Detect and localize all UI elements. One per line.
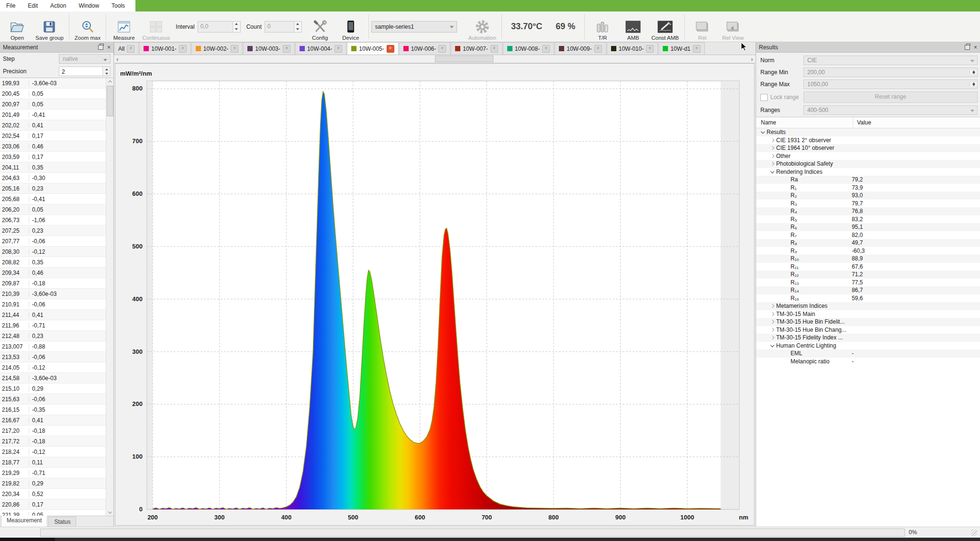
tree-expander-icon[interactable] <box>768 139 776 142</box>
continuous-button[interactable]: Continuous <box>139 12 173 42</box>
tree-expander-icon[interactable] <box>768 320 776 323</box>
tab-close-icon[interactable]: × <box>283 45 290 53</box>
measurement-table-scrollbar[interactable] <box>106 78 113 516</box>
range-max-input[interactable]: 1050,00 <box>803 79 978 89</box>
lock-range-control[interactable]: Lock range <box>758 94 802 101</box>
tab-close-icon[interactable]: × <box>438 45 446 53</box>
menu-item[interactable]: Tools <box>105 0 131 11</box>
tab-close-icon[interactable]: × <box>231 45 238 53</box>
measurement-row[interactable]: 219,82 0,29 <box>0 478 106 489</box>
scroll-down-icon[interactable] <box>106 508 113 516</box>
tab-close-icon[interactable]: × <box>542 45 550 53</box>
tree-row[interactable]: R₄ 76,8 <box>756 207 980 215</box>
tree-row[interactable]: R₁₂ 71,2 <box>756 270 980 279</box>
measurement-row[interactable]: 209,34 0,46 <box>0 268 106 278</box>
precision-input[interactable]: 2 <box>59 67 111 76</box>
measurement-row[interactable]: 216,67 0,41 <box>0 415 106 426</box>
hscrollbar-thumb[interactable] <box>435 56 494 62</box>
tree-row[interactable]: EML - <box>756 349 980 358</box>
tab-close-icon[interactable]: × <box>693 45 701 53</box>
series-tab[interactable]: 10W-007- × <box>451 42 502 55</box>
measurement-row[interactable]: 201,49 -0,41 <box>0 110 106 120</box>
scroll-right-icon[interactable]: › <box>748 55 756 63</box>
tree-row[interactable]: TM-30-15 Hue Bin Chang... <box>756 326 980 334</box>
series-tab[interactable]: 10W-009- × <box>555 42 606 55</box>
tree-row[interactable]: TM-30-15 Main <box>756 310 980 318</box>
measurement-row[interactable]: 200,97 0,05 <box>0 99 106 110</box>
measurement-row[interactable]: 199,93 -3,60e-03 <box>0 78 106 89</box>
range-min-input[interactable]: 200,00 <box>803 68 978 77</box>
open-button[interactable]: Open <box>2 12 33 42</box>
scrollbar-thumb[interactable] <box>107 86 113 116</box>
measurement-row[interactable]: 205,68 -0,41 <box>0 194 106 204</box>
measurement-row[interactable]: 208,82 0,35 <box>0 257 106 268</box>
measurement-row[interactable]: 209,87 -0,18 <box>0 278 106 289</box>
measurement-row[interactable]: 212,48 0,23 <box>0 331 106 341</box>
series-tab[interactable]: 10W-004- × <box>295 42 346 55</box>
rel-button[interactable]: Rel <box>687 12 718 42</box>
count-input[interactable]: 0 <box>265 21 302 33</box>
measurement-row[interactable]: 219,29 -0,71 <box>0 468 106 478</box>
tree-expander-icon[interactable] <box>768 155 776 158</box>
tree-row[interactable]: Photobiological Safety <box>756 160 980 168</box>
tree-row[interactable]: TM-30-15 Fidelity Index ... <box>756 334 980 342</box>
measurement-row[interactable]: 215,63 -0,06 <box>0 394 106 405</box>
spectrum-chart[interactable]: 0100200300400500600700800200300400500600… <box>115 63 755 526</box>
close-icon[interactable]: × <box>974 45 977 50</box>
measurement-row[interactable]: 214,05 -0,12 <box>0 362 106 373</box>
amb-button[interactable]: AMB <box>618 12 648 42</box>
zoom-max-button[interactable]: Zoom max <box>72 12 103 42</box>
device-button[interactable]: Device <box>335 12 366 42</box>
count-stepper[interactable] <box>294 22 301 32</box>
ranges-select[interactable]: 400-500 <box>803 105 978 115</box>
series-tab[interactable]: 10W-002- × <box>191 42 243 55</box>
tree-row[interactable]: R₆ 95,1 <box>756 223 980 231</box>
series-tab[interactable]: 10W-d1 × <box>658 42 705 55</box>
tab-close-icon[interactable]: × <box>646 45 654 53</box>
tree-expander-icon[interactable] <box>768 345 776 347</box>
measurement-row[interactable]: 214,58 -3,60e-03 <box>0 373 106 383</box>
measurement-row[interactable]: 218,77 0,11 <box>0 457 106 468</box>
tree-expander-icon[interactable] <box>768 304 776 307</box>
tree-expander-icon[interactable] <box>768 171 776 173</box>
tree-row[interactable]: R₁₁ 67,6 <box>756 263 980 271</box>
measurement-row[interactable]: 200,45 0,05 <box>0 89 106 99</box>
tree-expander-icon[interactable] <box>768 147 776 149</box>
value-column-header[interactable]: Value <box>853 119 871 126</box>
measurement-row[interactable]: 208,30 -0,12 <box>0 247 106 257</box>
measurement-row[interactable]: 205,16 0,23 <box>0 183 106 194</box>
scroll-up-icon[interactable] <box>106 78 113 85</box>
measurement-row[interactable]: 203,06 0,46 <box>0 141 106 152</box>
tree-row[interactable]: TM-30-15 Hue Bin Fidelit... <box>756 318 980 326</box>
tree-row[interactable]: R₉ -60,3 <box>756 247 980 255</box>
automation-button[interactable]: Automation <box>466 12 499 42</box>
const-amb-button[interactable]: Const AMB <box>648 12 682 42</box>
tab-close-icon[interactable]: × <box>594 45 602 53</box>
measurement-row[interactable]: 206,73 -1,06 <box>0 215 106 225</box>
tree-row[interactable]: Ra 79,2 <box>756 176 980 184</box>
measurement-row[interactable]: 211,96 -0,71 <box>0 320 106 331</box>
series-tab[interactable]: 10W-006- × <box>399 42 450 55</box>
close-icon[interactable]: × <box>107 45 111 50</box>
tree-row[interactable]: R₇ 82,0 <box>756 231 980 239</box>
measurement-row[interactable]: 210,39 -3,60e-03 <box>0 289 106 299</box>
tab-close-icon[interactable]: × <box>387 45 394 53</box>
measurement-row[interactable]: 203,59 0,17 <box>0 152 106 162</box>
lock-range-checkbox[interactable] <box>760 94 768 101</box>
series-tab[interactable]: 10W-005- × <box>347 42 398 55</box>
tree-expander-icon[interactable] <box>759 131 767 133</box>
tree-expander-icon[interactable] <box>768 313 776 316</box>
tr-button[interactable]: T/R <box>587 12 618 42</box>
measurement-row[interactable]: 206,20 0,05 <box>0 204 106 215</box>
tree-row[interactable]: R₁ 73,9 <box>756 184 980 192</box>
reset-range-button[interactable]: Reset range <box>803 91 978 103</box>
measurement-row[interactable]: 220,86 0,17 <box>0 499 106 510</box>
series-tab[interactable]: 10W-010- × <box>607 42 658 55</box>
tree-row[interactable]: CIE 1931 2° observer <box>756 136 980 145</box>
tree-row[interactable]: R₅ 83,2 <box>756 215 980 224</box>
tree-row[interactable]: R₃ 79,7 <box>756 200 980 208</box>
measurement-row[interactable]: 216,15 -0,35 <box>0 405 106 415</box>
measurement-row[interactable]: 217,72 -0,18 <box>0 436 106 447</box>
tree-row[interactable]: Melanopic ratio - <box>756 358 980 366</box>
measurement-row[interactable]: 202,54 0,17 <box>0 131 106 141</box>
